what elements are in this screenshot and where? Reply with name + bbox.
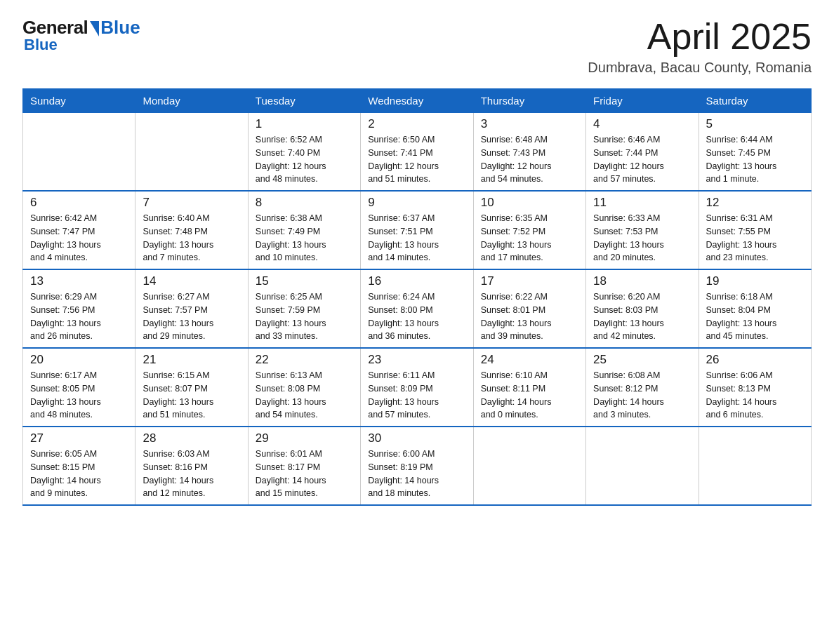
day-number: 21: [143, 353, 240, 367]
day-number: 9: [368, 196, 465, 210]
day-info: Sunrise: 6:00 AM Sunset: 8:19 PM Dayligh…: [368, 448, 465, 500]
calendar-cell: 19Sunrise: 6:18 AM Sunset: 8:04 PM Dayli…: [699, 269, 811, 348]
day-number: 4: [593, 117, 691, 131]
day-info: Sunrise: 6:29 AM Sunset: 7:56 PM Dayligh…: [30, 290, 128, 343]
day-number: 13: [30, 274, 128, 288]
calendar-table: SundayMondayTuesdayWednesdayThursdayFrid…: [22, 88, 812, 506]
day-info: Sunrise: 6:15 AM Sunset: 8:07 PM Dayligh…: [143, 369, 240, 422]
day-info: Sunrise: 6:27 AM Sunset: 7:57 PM Dayligh…: [143, 290, 240, 343]
day-info: Sunrise: 6:33 AM Sunset: 7:53 PM Dayligh…: [593, 212, 691, 264]
calendar-cell: 20Sunrise: 6:17 AM Sunset: 8:05 PM Dayli…: [23, 348, 135, 427]
day-info: Sunrise: 6:03 AM Sunset: 8:16 PM Dayligh…: [143, 448, 240, 500]
calendar-cell: [473, 427, 585, 505]
calendar-cell: 10Sunrise: 6:35 AM Sunset: 7:52 PM Dayli…: [473, 191, 585, 269]
title-block: April 2025 Dumbrava, Bacau County, Roman…: [588, 17, 812, 76]
day-number: 26: [706, 353, 804, 367]
calendar-cell: 26Sunrise: 6:06 AM Sunset: 8:13 PM Dayli…: [699, 348, 811, 427]
day-number: 23: [368, 353, 465, 367]
week-row-4: 20Sunrise: 6:17 AM Sunset: 8:05 PM Dayli…: [23, 348, 812, 427]
col-header-thursday: Thursday: [473, 89, 585, 113]
day-info: Sunrise: 6:42 AM Sunset: 7:47 PM Dayligh…: [30, 212, 128, 264]
day-info: Sunrise: 6:46 AM Sunset: 7:44 PM Dayligh…: [593, 133, 691, 186]
day-number: 17: [481, 274, 578, 288]
calendar-cell: 7Sunrise: 6:40 AM Sunset: 7:48 PM Daylig…: [135, 191, 248, 269]
day-info: Sunrise: 6:44 AM Sunset: 7:45 PM Dayligh…: [706, 133, 804, 186]
week-row-5: 27Sunrise: 6:05 AM Sunset: 8:15 PM Dayli…: [23, 427, 812, 505]
calendar-cell: 2Sunrise: 6:50 AM Sunset: 7:41 PM Daylig…: [361, 113, 473, 192]
day-info: Sunrise: 6:38 AM Sunset: 7:49 PM Dayligh…: [256, 212, 353, 264]
day-info: Sunrise: 6:35 AM Sunset: 7:52 PM Dayligh…: [481, 212, 578, 264]
day-number: 14: [143, 274, 240, 288]
day-number: 29: [256, 431, 353, 445]
logo-triangle-icon: [90, 21, 99, 36]
day-number: 25: [593, 353, 691, 367]
calendar-cell: 3Sunrise: 6:48 AM Sunset: 7:43 PM Daylig…: [473, 113, 585, 192]
day-info: Sunrise: 6:18 AM Sunset: 8:04 PM Dayligh…: [706, 290, 804, 343]
col-header-wednesday: Wednesday: [361, 89, 473, 113]
day-number: 10: [481, 196, 578, 210]
day-number: 6: [30, 196, 128, 210]
day-info: Sunrise: 6:52 AM Sunset: 7:40 PM Dayligh…: [256, 133, 353, 186]
day-number: 20: [30, 353, 128, 367]
calendar-cell: 28Sunrise: 6:03 AM Sunset: 8:16 PM Dayli…: [135, 427, 248, 505]
calendar-cell: 11Sunrise: 6:33 AM Sunset: 7:53 PM Dayli…: [586, 191, 699, 269]
day-info: Sunrise: 6:13 AM Sunset: 8:08 PM Dayligh…: [256, 369, 353, 422]
day-number: 5: [706, 117, 804, 131]
day-info: Sunrise: 6:22 AM Sunset: 8:01 PM Dayligh…: [481, 290, 578, 343]
day-number: 27: [30, 431, 128, 445]
calendar-header-row: SundayMondayTuesdayWednesdayThursdayFrid…: [23, 89, 812, 113]
calendar-cell: [586, 427, 699, 505]
day-number: 28: [143, 431, 240, 445]
calendar-cell: [135, 113, 248, 192]
calendar-cell: 17Sunrise: 6:22 AM Sunset: 8:01 PM Dayli…: [473, 269, 585, 348]
calendar-cell: 9Sunrise: 6:37 AM Sunset: 7:51 PM Daylig…: [361, 191, 473, 269]
day-number: 22: [256, 353, 353, 367]
calendar-cell: 12Sunrise: 6:31 AM Sunset: 7:55 PM Dayli…: [699, 191, 811, 269]
day-info: Sunrise: 6:37 AM Sunset: 7:51 PM Dayligh…: [368, 212, 465, 264]
day-number: 8: [256, 196, 353, 210]
logo-bottom-text: Blue: [24, 36, 58, 54]
month-title: April 2025: [588, 17, 812, 57]
calendar-cell: 13Sunrise: 6:29 AM Sunset: 7:56 PM Dayli…: [23, 269, 135, 348]
calendar-cell: 16Sunrise: 6:24 AM Sunset: 8:00 PM Dayli…: [361, 269, 473, 348]
day-info: Sunrise: 6:48 AM Sunset: 7:43 PM Dayligh…: [481, 133, 578, 186]
calendar-cell: 18Sunrise: 6:20 AM Sunset: 8:03 PM Dayli…: [586, 269, 699, 348]
week-row-2: 6Sunrise: 6:42 AM Sunset: 7:47 PM Daylig…: [23, 191, 812, 269]
day-info: Sunrise: 6:08 AM Sunset: 8:12 PM Dayligh…: [593, 369, 691, 422]
day-info: Sunrise: 6:31 AM Sunset: 7:55 PM Dayligh…: [706, 212, 804, 264]
calendar-cell: 5Sunrise: 6:44 AM Sunset: 7:45 PM Daylig…: [699, 113, 811, 192]
day-number: 16: [368, 274, 465, 288]
logo: General Blue Blue: [22, 17, 140, 54]
day-info: Sunrise: 6:20 AM Sunset: 8:03 PM Dayligh…: [593, 290, 691, 343]
day-number: 12: [706, 196, 804, 210]
day-number: 2: [368, 117, 465, 131]
calendar-cell: 1Sunrise: 6:52 AM Sunset: 7:40 PM Daylig…: [248, 113, 360, 192]
col-header-saturday: Saturday: [699, 89, 811, 113]
calendar-cell: [23, 113, 135, 192]
calendar-cell: 25Sunrise: 6:08 AM Sunset: 8:12 PM Dayli…: [586, 348, 699, 427]
page-header: General Blue Blue April 2025 Dumbrava, B…: [22, 17, 812, 76]
day-number: 1: [256, 117, 353, 131]
day-number: 18: [593, 274, 691, 288]
day-info: Sunrise: 6:05 AM Sunset: 8:15 PM Dayligh…: [30, 448, 128, 500]
day-info: Sunrise: 6:24 AM Sunset: 8:00 PM Dayligh…: [368, 290, 465, 343]
day-number: 11: [593, 196, 691, 210]
location: Dumbrava, Bacau County, Romania: [588, 60, 812, 76]
calendar-cell: 29Sunrise: 6:01 AM Sunset: 8:17 PM Dayli…: [248, 427, 360, 505]
calendar-cell: 27Sunrise: 6:05 AM Sunset: 8:15 PM Dayli…: [23, 427, 135, 505]
col-header-tuesday: Tuesday: [248, 89, 360, 113]
day-info: Sunrise: 6:10 AM Sunset: 8:11 PM Dayligh…: [481, 369, 578, 422]
calendar-cell: 15Sunrise: 6:25 AM Sunset: 7:59 PM Dayli…: [248, 269, 360, 348]
day-number: 19: [706, 274, 804, 288]
calendar-cell: 22Sunrise: 6:13 AM Sunset: 8:08 PM Dayli…: [248, 348, 360, 427]
col-header-monday: Monday: [135, 89, 248, 113]
day-info: Sunrise: 6:17 AM Sunset: 8:05 PM Dayligh…: [30, 369, 128, 422]
week-row-3: 13Sunrise: 6:29 AM Sunset: 7:56 PM Dayli…: [23, 269, 812, 348]
calendar-cell: [699, 427, 811, 505]
col-header-sunday: Sunday: [23, 89, 135, 113]
logo-blue-text: Blue: [100, 17, 140, 39]
calendar-cell: 21Sunrise: 6:15 AM Sunset: 8:07 PM Dayli…: [135, 348, 248, 427]
calendar-cell: 24Sunrise: 6:10 AM Sunset: 8:11 PM Dayli…: [473, 348, 585, 427]
day-number: 24: [481, 353, 578, 367]
day-info: Sunrise: 6:01 AM Sunset: 8:17 PM Dayligh…: [256, 448, 353, 500]
